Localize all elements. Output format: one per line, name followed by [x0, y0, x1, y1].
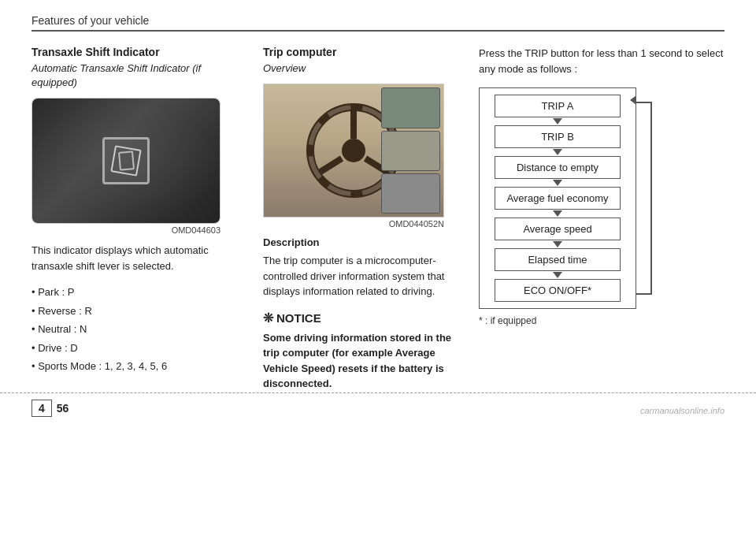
flow-item-fuel: Average fuel economy	[480, 187, 636, 218]
flow-item-trip-b: TRIP B	[480, 125, 636, 156]
svg-point-1	[342, 139, 365, 162]
flow-item-speed: Average speed	[480, 218, 636, 248]
flowchart: TRIP A TRIP B Distance to empty	[479, 87, 636, 309]
flow-box-speed: Average speed	[495, 218, 621, 240]
trip-image-caption: OMD044052N	[263, 219, 444, 229]
notice-title: ❊ NOTICE	[263, 311, 460, 325]
list-item: Park : P	[32, 283, 244, 301]
arrow-4	[553, 210, 562, 217]
flow-item-elapsed: Elapsed time	[480, 248, 636, 279]
footer-section: 4	[32, 400, 52, 417]
return-line-top	[636, 102, 652, 103]
flow-item-distance: Distance to empty	[480, 156, 636, 187]
trip-description: The trip computer is a microcomputer-con…	[263, 253, 460, 299]
notice-symbol: ❊	[263, 311, 273, 325]
main-content: Transaxle Shift Indicator Automatic Tran…	[32, 46, 724, 392]
flow-box-trip-b: TRIP B	[495, 125, 621, 148]
right-column: Press the TRIP button for less than 1 se…	[479, 46, 724, 392]
arrow-6	[553, 272, 562, 278]
notice-box: ❊ NOTICE Some driving information stored…	[263, 311, 460, 392]
trip-computer-image	[263, 84, 444, 218]
page-footer: 4 56 carmanualsonline.info	[0, 392, 756, 423]
description-label: Description	[263, 236, 460, 248]
arrow-5	[553, 241, 562, 247]
flow-item-eco: ECO ON/OFF*	[480, 279, 636, 302]
flow-item-trip-a: TRIP A	[480, 95, 636, 125]
footer-page-number: 56	[57, 402, 69, 415]
arrow-1	[553, 118, 562, 125]
bullet-list: Park : P Reverse : R Neutral : N Drive :…	[32, 283, 244, 375]
list-item: Reverse : R	[32, 302, 244, 320]
flow-box-eco: ECO ON/OFF*	[495, 279, 621, 302]
arrow-3	[553, 180, 562, 186]
shift-icon	[102, 137, 150, 184]
trip-computer-title: Trip computer	[263, 46, 460, 58]
page-title: Features of your vehicle	[32, 14, 149, 27]
flow-box-distance: Distance to empty	[495, 156, 621, 179]
list-item: Drive : D	[32, 339, 244, 357]
transaxle-image-caption: OMD044603	[32, 225, 220, 235]
trip-overview-subtitle: Overview	[263, 61, 460, 76]
flow-box-fuel: Average fuel economy	[495, 187, 621, 210]
page-header: Features of your vehicle	[32, 14, 724, 32]
flowchart-footnote: * : if equipped	[479, 315, 724, 326]
flowchart-wrapper: TRIP A TRIP B Distance to empty	[479, 87, 636, 309]
flow-box-trip-a: TRIP A	[495, 95, 621, 117]
notice-title-text: NOTICE	[276, 311, 321, 325]
notice-text: Some driving information stored in the t…	[263, 330, 460, 392]
page-container: Features of your vehicle Transaxle Shift…	[0, 0, 756, 423]
arrow-2	[553, 149, 562, 155]
middle-column: Trip computer Overview	[263, 46, 460, 392]
return-arrow-head	[630, 95, 636, 105]
return-line	[650, 102, 652, 295]
transaxle-image	[32, 98, 220, 224]
press-instructions: Press the TRIP button for less than 1 se…	[479, 46, 724, 76]
svg-line-3	[317, 158, 342, 174]
transaxle-description: This indicator displays which automatic …	[32, 243, 244, 273]
list-item: Sports Mode : 1, 2, 3, 4, 5, 6	[32, 357, 244, 375]
transaxle-subtitle: Automatic Transaxle Shift Indicator (if …	[32, 61, 244, 90]
transaxle-title: Transaxle Shift Indicator	[32, 46, 244, 58]
footer-left: 4 56	[32, 400, 69, 417]
return-line-bottom	[636, 293, 652, 295]
watermark: carmanualsonline.info	[640, 406, 724, 415]
list-item: Neutral : N	[32, 320, 244, 338]
flow-box-elapsed: Elapsed time	[495, 248, 621, 271]
left-column: Transaxle Shift Indicator Automatic Tran…	[32, 46, 244, 392]
